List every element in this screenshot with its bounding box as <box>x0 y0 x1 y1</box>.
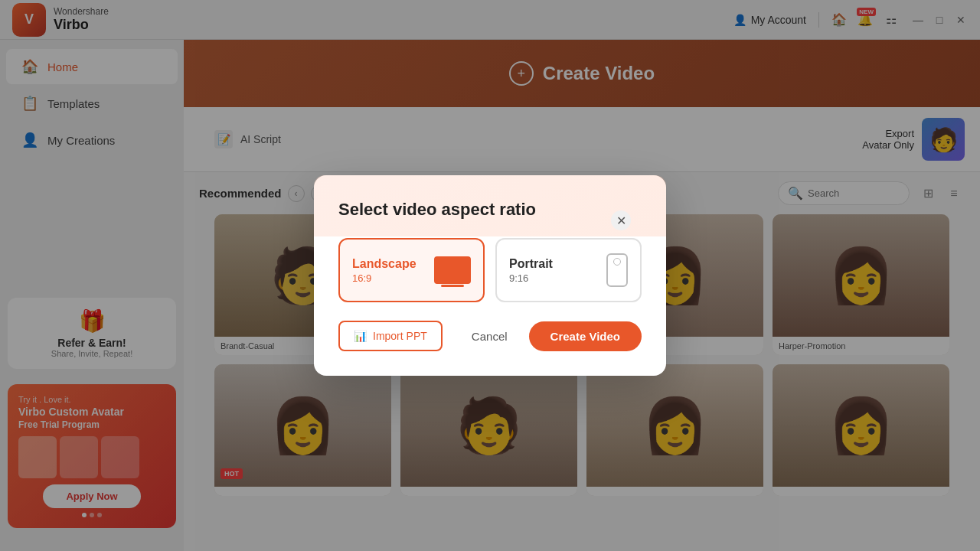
portrait-option[interactable]: Portrait 9:16 <box>495 238 642 302</box>
cancel-button[interactable]: Cancel <box>459 322 520 350</box>
ratio-options: Landscape 16:9 Portrait 9:16 <box>338 238 642 302</box>
create-video-modal-button[interactable]: Create Video <box>529 321 642 351</box>
landscape-option[interactable]: Landscape 16:9 <box>338 238 485 302</box>
portrait-text-group: Portrait 9:16 <box>509 257 553 284</box>
landscape-sublabel: 16:9 <box>352 272 416 284</box>
portrait-preview-icon <box>606 253 628 287</box>
portrait-sublabel: 9:16 <box>509 272 553 284</box>
portrait-label: Portrait <box>509 257 553 271</box>
modal-actions: 📊 Import PPT Cancel Create Video <box>338 321 642 351</box>
import-ppt-button[interactable]: 📊 Import PPT <box>338 321 443 351</box>
modal-close-button[interactable]: ✕ <box>611 210 631 230</box>
landscape-preview-icon <box>434 256 471 284</box>
modal-overlay[interactable]: ✕ Select video aspect ratio Landscape 16… <box>0 0 980 551</box>
landscape-label: Landscape <box>352 257 416 271</box>
modal-right-actions: Cancel Create Video <box>459 321 642 351</box>
select-aspect-ratio-modal: ✕ Select video aspect ratio Landscape 16… <box>314 175 666 376</box>
import-ppt-label: Import PPT <box>373 330 427 342</box>
import-ppt-icon: 📊 <box>354 330 367 342</box>
modal-content: ✕ Select video aspect ratio Landscape 16… <box>338 200 642 351</box>
landscape-text-group: Landscape 16:9 <box>352 257 416 284</box>
modal-title: Select video aspect ratio <box>338 200 642 220</box>
